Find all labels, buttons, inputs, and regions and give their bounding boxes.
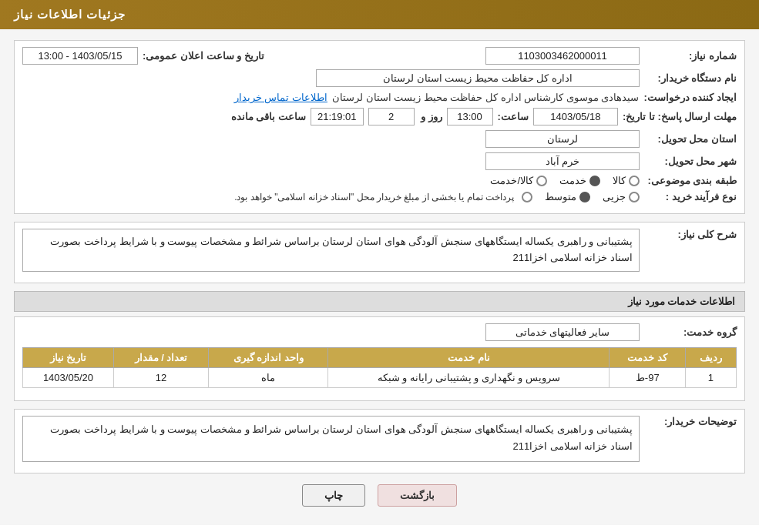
announce-date-label: تاریخ و ساعت اعلان عمومی: <box>143 50 264 62</box>
group-label: گروه خدمت: <box>644 326 737 338</box>
services-section: گروه خدمت: سایر فعالیتهای خدماتی ردیف کد… <box>14 316 745 401</box>
cell-unit: ماه <box>209 367 328 387</box>
send-days-value: 2 <box>368 108 415 125</box>
cell-quantity: 12 <box>113 367 208 387</box>
radio-jozi-circle <box>629 192 640 202</box>
purchase-type-radio-group: جزیی متوسط پرداخت تمام یا بخشی از مبلغ خ… <box>234 191 640 202</box>
cell-code: 97-ط <box>610 367 686 387</box>
send-time-value: 13:00 <box>447 108 493 125</box>
col-row-num: ردیف <box>685 347 736 367</box>
buyer-desc-section: توضیحات خریدار: پشتیبانی و راهبری یکساله… <box>14 409 745 473</box>
radio-kala-label: کالا <box>613 175 626 186</box>
category-label: طبقه بندی موضوعی: <box>644 175 737 186</box>
radio-esnad[interactable]: پرداخت تمام یا بخشی از مبلغ خریدار محل "… <box>234 192 532 202</box>
send-time-label: ساعت: <box>498 111 529 122</box>
announce-date-value: 1403/05/15 - 13:00 <box>22 47 138 65</box>
radio-esnad-label: پرداخت تمام یا بخشی از مبلغ خریدار محل "… <box>234 192 514 202</box>
contact-link[interactable]: اطلاعات تماس خریدار <box>234 92 327 103</box>
province-label: استان محل تحویل: <box>644 133 737 145</box>
send-date-value: 1403/05/18 <box>533 108 618 125</box>
radio-kala-circle <box>629 176 640 186</box>
buyer-org-value: اداره کل حفاظت محیط زیست استان لرستان <box>316 69 640 87</box>
page-title: جزئیات اطلاعات نیاز <box>14 8 126 21</box>
send-remaining-label: ساعت باقی مانده <box>231 111 306 122</box>
services-table: ردیف کد خدمت نام خدمت واحد اندازه گیری ت… <box>22 347 737 388</box>
row-group: گروه خدمت: سایر فعالیتهای خدماتی <box>22 323 737 341</box>
col-quantity: تعداد / مقدار <box>113 347 208 367</box>
row-creator: ایجاد کننده درخواست: سیدهادی موسوی کارشن… <box>22 92 737 103</box>
col-unit: واحد اندازه گیری <box>209 347 328 367</box>
services-section-title: اطلاعات خدمات مورد نیاز <box>14 291 745 312</box>
radio-kala-khedmat-label: کالا/خدمت <box>490 175 533 186</box>
row-purchase-type: نوع فرآیند خرید : جزیی متوسط پرداخت تمام… <box>22 191 737 202</box>
col-name: نام خدمت <box>328 347 610 367</box>
row-category: طبقه بندی موضوعی: کالا خدمت کالا/خدمت <box>22 175 737 186</box>
radio-motavaset-label: متوسط <box>545 191 576 202</box>
radio-jozi-label: جزیی <box>603 191 626 202</box>
row-city: شهر محل تحویل: خرم آباد <box>22 152 737 170</box>
print-button[interactable]: چاپ <box>302 484 365 507</box>
row-buyer-org: نام دستگاه خریدار: اداره کل حفاظت محیط ز… <box>22 69 737 87</box>
row-buyer-desc: توضیحات خریدار: پشتیبانی و راهبری یکساله… <box>22 416 737 462</box>
table-row: 1 97-ط سرویس و نگهداری و پشتیبانی رایانه… <box>23 367 737 387</box>
send-date-label: مهلت ارسال پاسخ: تا تاریخ: <box>623 111 737 122</box>
need-desc-label: شرح کلی نیاز: <box>644 229 737 240</box>
col-date: تاریخ نیاز <box>23 347 114 367</box>
radio-khedmat-label: خدمت <box>559 175 586 186</box>
send-days-label: روز و <box>419 111 442 122</box>
buttons-row: بازگشت چاپ <box>14 484 745 507</box>
need-desc-section: شرح کلی نیاز: پشتیبانی و راهبری یکساله ا… <box>14 222 745 283</box>
row-need-number: شماره نیاز: 1103003462000011 تاریخ و ساع… <box>22 47 737 65</box>
group-value: سایر فعالیتهای خدماتی <box>485 323 640 341</box>
buyer-desc-label: توضیحات خریدار: <box>644 416 737 427</box>
cell-name: سرویس و نگهداری و پشتیبانی رایانه و شبکه <box>328 367 610 387</box>
buyer-desc-text: پشتیبانی و راهبری یکساله ایستگاههای سنجش… <box>22 416 640 462</box>
creator-value: سیدهادی موسوی کارشناس اداره کل حفاظت محی… <box>332 92 640 103</box>
radio-jozi[interactable]: جزیی <box>603 191 640 202</box>
need-number-label: شماره نیاز: <box>644 50 737 62</box>
cell-date: 1403/05/20 <box>23 367 114 387</box>
need-number-value: 1103003462000011 <box>485 47 640 65</box>
radio-motavaset[interactable]: متوسط <box>545 191 590 202</box>
radio-kala-khedmat[interactable]: کالا/خدمت <box>490 175 547 186</box>
send-remaining-value: 21:19:01 <box>311 108 364 125</box>
creator-label: ایجاد کننده درخواست: <box>643 92 737 103</box>
page-header: جزئیات اطلاعات نیاز <box>0 0 759 29</box>
radio-kala[interactable]: کالا <box>613 175 640 186</box>
radio-khedmat[interactable]: خدمت <box>559 175 600 186</box>
province-value: لرستان <box>485 130 640 148</box>
category-radio-group: کالا خدمت کالا/خدمت <box>490 175 640 186</box>
radio-kala-khedmat-circle <box>536 176 547 186</box>
back-button[interactable]: بازگشت <box>378 484 457 507</box>
info-section: شماره نیاز: 1103003462000011 تاریخ و ساع… <box>14 40 745 214</box>
row-province: استان محل تحویل: لرستان <box>22 130 737 148</box>
need-desc-text: پشتیبانی و راهبری یکساله ایستگاههای سنجش… <box>22 229 640 272</box>
row-need-desc: شرح کلی نیاز: پشتیبانی و راهبری یکساله ا… <box>22 229 737 272</box>
row-send-date: مهلت ارسال پاسخ: تا تاریخ: 1403/05/18 سا… <box>22 108 737 125</box>
radio-esnad-circle <box>522 192 532 202</box>
city-label: شهر محل تحویل: <box>644 156 737 167</box>
col-code: کد خدمت <box>610 347 686 367</box>
radio-motavaset-circle <box>579 192 590 202</box>
buyer-org-label: نام دستگاه خریدار: <box>644 72 737 84</box>
city-value: خرم آباد <box>485 152 640 170</box>
cell-row-num: 1 <box>685 367 736 387</box>
radio-khedmat-circle <box>589 176 600 186</box>
purchase-type-label: نوع فرآیند خرید : <box>644 191 737 202</box>
